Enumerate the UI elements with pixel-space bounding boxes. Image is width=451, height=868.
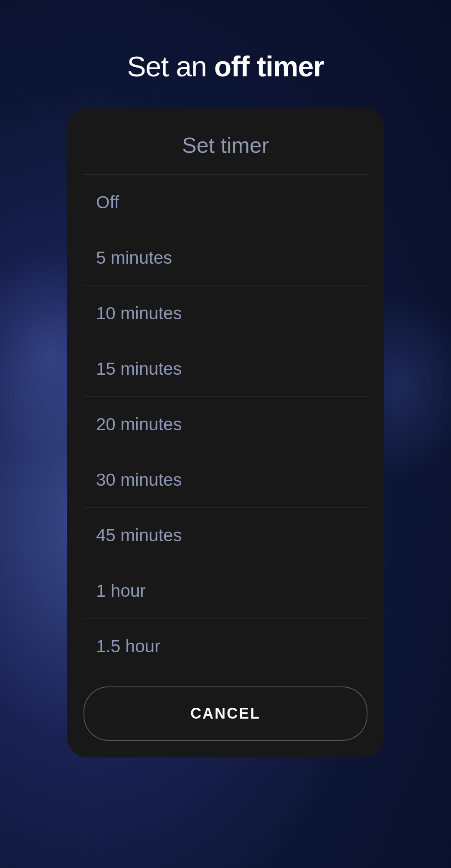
timer-option-item[interactable]: 45 minutes bbox=[84, 508, 367, 563]
timer-option-item[interactable]: Off bbox=[84, 175, 367, 230]
timer-option-label: 15 minutes bbox=[96, 359, 182, 378]
timer-option-label: 1.5 hour bbox=[96, 636, 160, 656]
timer-option-item[interactable]: 20 minutes bbox=[84, 397, 367, 452]
timer-option-label: 5 minutes bbox=[96, 248, 172, 267]
timer-option-item[interactable]: 10 minutes bbox=[84, 286, 367, 341]
timer-option-item[interactable]: 1 hour bbox=[84, 563, 367, 619]
timer-option-item[interactable]: 15 minutes bbox=[84, 341, 367, 397]
timer-option-label: 10 minutes bbox=[96, 303, 182, 323]
cancel-button[interactable]: CANCEL bbox=[84, 686, 367, 741]
timer-option-item[interactable]: 30 minutes bbox=[84, 452, 367, 508]
timer-option-item[interactable]: 1.5 hour bbox=[84, 619, 367, 674]
timer-option-label: 20 minutes bbox=[96, 414, 182, 434]
timer-dialog: Set timer Off5 minutes10 minutes15 minut… bbox=[67, 108, 384, 757]
timer-option-label: 45 minutes bbox=[96, 525, 182, 545]
dialog-header: Set timer bbox=[67, 108, 384, 174]
timer-option-label: Off bbox=[96, 192, 119, 212]
timer-option-label: 1 hour bbox=[96, 581, 146, 601]
timer-option-label: 30 minutes bbox=[96, 470, 182, 490]
timer-options-list: Off5 minutes10 minutes15 minutes20 minut… bbox=[67, 175, 384, 674]
timer-option-item[interactable]: 5 minutes bbox=[84, 230, 367, 286]
page-title: Set an off timer bbox=[127, 50, 324, 83]
dialog-title: Set timer bbox=[84, 133, 367, 158]
